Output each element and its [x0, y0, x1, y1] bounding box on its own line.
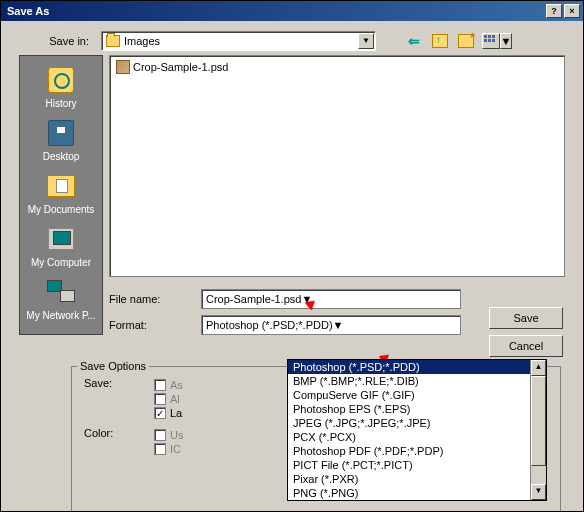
- format-option[interactable]: JPEG (*.JPG;*.JPEG;*.JPE): [288, 416, 546, 430]
- format-option[interactable]: BMP (*.BMP;*.RLE;*.DIB): [288, 374, 546, 388]
- desktop-icon: [48, 120, 74, 146]
- color-sub-label: Color:: [84, 427, 154, 457]
- file-name: Crop-Sample-1.psd: [133, 61, 228, 73]
- titlebar-title: Save As: [7, 5, 544, 17]
- scroll-down-button[interactable]: ▼: [531, 484, 546, 500]
- chevron-down-icon[interactable]: ▼: [333, 319, 344, 331]
- format-dropdown-list[interactable]: Photoshop (*.PSD;*.PDD) BMP (*.BMP;*.RLE…: [287, 359, 547, 501]
- view-icon: [482, 33, 500, 49]
- back-button[interactable]: ⇐: [404, 31, 424, 51]
- format-option[interactable]: Photoshop (*.PSD;*.PDD): [288, 360, 546, 374]
- filename-label: File name:: [109, 293, 195, 305]
- place-my-network[interactable]: My Network P...: [25, 274, 97, 325]
- chevron-down-icon[interactable]: ▼: [500, 33, 512, 49]
- cancel-button[interactable]: Cancel: [489, 335, 563, 357]
- format-option[interactable]: Pixar (*.PXR): [288, 472, 546, 486]
- format-combo[interactable]: Photoshop (*.PSD;*.PDD) ▼: [201, 315, 461, 335]
- computer-icon: [48, 228, 74, 250]
- alpha-checkbox[interactable]: [154, 393, 166, 405]
- folder-new-icon: [458, 34, 474, 48]
- scroll-thumb[interactable]: [531, 376, 546, 466]
- filename-input[interactable]: Crop-Sample-1.psd ▼: [201, 289, 461, 309]
- format-option[interactable]: Photoshop EPS (*.EPS): [288, 402, 546, 416]
- scroll-up-button[interactable]: ▲: [531, 360, 546, 376]
- savein-value: Images: [124, 35, 160, 47]
- as-copy-checkbox[interactable]: [154, 379, 166, 391]
- format-option[interactable]: PNG (*.PNG): [288, 486, 546, 500]
- place-my-documents[interactable]: My Documents: [25, 168, 97, 219]
- savein-label: Save in:: [19, 35, 95, 47]
- file-list[interactable]: Crop-Sample-1.psd: [109, 55, 565, 277]
- chevron-down-icon[interactable]: ▼: [301, 293, 312, 305]
- savein-combo[interactable]: Images ▼: [101, 31, 376, 51]
- back-arrow-icon: ⇐: [408, 33, 420, 49]
- place-history[interactable]: History: [25, 62, 97, 113]
- folder-up-icon: [432, 34, 448, 48]
- titlebar: Save As ? ×: [1, 1, 583, 21]
- format-option[interactable]: CompuServe GIF (*.GIF): [288, 388, 546, 402]
- chevron-down-icon[interactable]: ▼: [358, 33, 374, 49]
- close-button[interactable]: ×: [564, 4, 580, 18]
- use-proof-checkbox[interactable]: [154, 429, 166, 441]
- network-icon: [47, 280, 75, 304]
- save-button[interactable]: Save: [489, 307, 563, 329]
- place-desktop[interactable]: Desktop: [25, 115, 97, 166]
- documents-icon: [47, 175, 75, 197]
- help-button[interactable]: ?: [546, 4, 562, 18]
- format-option[interactable]: PICT File (*.PCT;*.PICT): [288, 458, 546, 472]
- place-my-computer[interactable]: My Computer: [25, 221, 97, 272]
- scrollbar[interactable]: ▲ ▼: [530, 360, 546, 500]
- layers-checkbox[interactable]: ✓: [154, 407, 166, 419]
- view-menu-button[interactable]: ▼: [482, 33, 512, 49]
- format-label: Format:: [109, 319, 195, 331]
- new-folder-button[interactable]: [456, 31, 476, 51]
- places-bar: History Desktop My Documents My Computer…: [19, 55, 103, 335]
- save-options-title: Save Options: [77, 360, 149, 372]
- history-icon: [48, 67, 74, 93]
- format-option[interactable]: Photoshop PDF (*.PDF;*.PDP): [288, 444, 546, 458]
- folder-icon: [106, 35, 120, 47]
- icc-profile-checkbox[interactable]: [154, 443, 166, 455]
- save-sub-label: Save:: [84, 377, 154, 421]
- file-item[interactable]: Crop-Sample-1.psd: [116, 60, 558, 74]
- up-one-level-button[interactable]: [430, 31, 450, 51]
- psd-file-icon: [116, 60, 130, 74]
- format-option[interactable]: PCX (*.PCX): [288, 430, 546, 444]
